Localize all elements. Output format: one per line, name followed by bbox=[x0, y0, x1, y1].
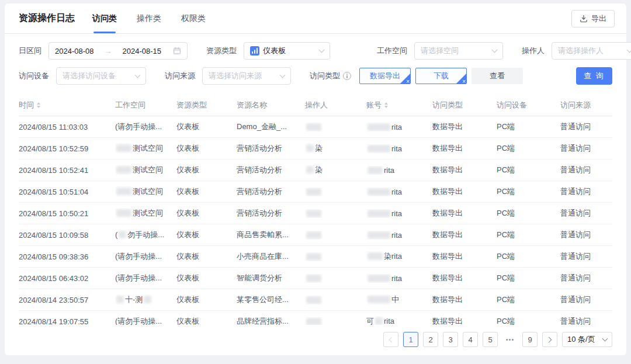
tabs: 访问类操作类权限类 bbox=[92, 4, 226, 33]
redacted-text bbox=[306, 296, 321, 304]
pagination-page-button[interactable]: 1 bbox=[403, 332, 418, 347]
cell-src: 普通访问 bbox=[560, 186, 612, 197]
cell-time: 2024/08/15 10:50:21 bbox=[19, 209, 115, 218]
cell-acct: rita bbox=[366, 231, 432, 240]
cell-op bbox=[305, 317, 366, 325]
tab-3[interactable]: 权限类 bbox=[181, 4, 206, 33]
redacted-text bbox=[375, 317, 383, 325]
resource-type-select[interactable]: 仪表板 bbox=[244, 42, 330, 60]
pagination-page-button[interactable]: 3 bbox=[443, 332, 458, 347]
cell-time: 2024/08/15 09:38:36 bbox=[19, 252, 115, 261]
cell-ws: (请勿手动操... bbox=[115, 251, 176, 262]
workspace-placeholder: 请选择空间 bbox=[421, 46, 459, 56]
pagination-prev-button[interactable] bbox=[383, 332, 398, 347]
cell-dev: PC端 bbox=[497, 208, 560, 219]
cell-op: 染 bbox=[305, 143, 366, 154]
pagination-next-button[interactable] bbox=[542, 332, 557, 347]
cell-op bbox=[305, 252, 366, 261]
cell-dev: PC端 bbox=[497, 165, 560, 175]
cell-atype: 数据导出 bbox=[432, 122, 497, 132]
tab-1[interactable]: 访问类 bbox=[92, 4, 117, 33]
redacted-text bbox=[367, 167, 383, 174]
cell-time: 2024/08/15 10:09:58 bbox=[19, 231, 115, 240]
date-start[interactable]: 2024-08-08 bbox=[55, 47, 94, 56]
cell-rtype: 仪表板 bbox=[176, 208, 237, 219]
pagination-ellipsis: ••• bbox=[502, 332, 518, 347]
access-type-tag[interactable]: 查看 bbox=[471, 68, 523, 84]
cell-acct: rita bbox=[366, 144, 432, 153]
cell-dev: PC端 bbox=[497, 122, 560, 132]
cell-atype: 数据导出 bbox=[432, 251, 497, 262]
cell-ws: (勿手动操... bbox=[115, 230, 176, 240]
table-row: 2024/08/14 23:50:57十-测仪表板某零售公司经...中数据导出P… bbox=[19, 289, 612, 311]
access-type-tag[interactable]: 数据导出 bbox=[359, 68, 411, 84]
cell-acct: rita bbox=[366, 166, 432, 175]
column-header[interactable]: 账号 bbox=[366, 100, 432, 110]
filter-row-2: 访问设备 请选择访问设备 访问来源 请选择访问来源 访问类型 数据导出下载查看 bbox=[19, 67, 612, 85]
cell-rtype: 仪表板 bbox=[176, 165, 237, 175]
table-row: 2024/08/14 19:07:55(请勿手动操...仪表板品牌经营指标...… bbox=[19, 311, 612, 325]
filter-resource-type: 资源类型 仪表板 bbox=[206, 42, 330, 60]
column-header: 资源类型 bbox=[176, 100, 237, 110]
redacted-text bbox=[367, 231, 390, 239]
cell-dev: PC端 bbox=[497, 186, 560, 197]
cell-rname: 营销活动分析 bbox=[237, 143, 305, 154]
log-table: 时间工作空间资源类型资源名称操作人账号访问类型访问设备访问来源 2024/08/… bbox=[5, 95, 626, 325]
access-type-label: 访问类型 bbox=[310, 71, 340, 81]
filter-access-type: 访问类型 数据导出下载查看 bbox=[310, 68, 523, 84]
table-body: 2024/08/15 11:03:03(请勿手动操...仪表板Demo_金融_.… bbox=[19, 116, 612, 325]
filter-bar: 日区间 2024-08-08 → 2024-08-15 资源类型 bbox=[5, 34, 626, 95]
cell-rname: 营销活动分析 bbox=[237, 208, 305, 219]
card-header: 资源操作日志 访问类操作类权限类 导出 bbox=[5, 4, 626, 34]
cell-acct: rita bbox=[366, 209, 432, 218]
tab-2[interactable]: 操作类 bbox=[137, 4, 161, 33]
chevron-down-icon bbox=[627, 47, 631, 53]
column-header[interactable]: 时间 bbox=[19, 100, 115, 110]
page-size-select[interactable]: 10 条/页 bbox=[562, 332, 612, 347]
cell-rtype: 仪表板 bbox=[176, 122, 237, 132]
date-range-input[interactable]: 2024-08-08 → 2024-08-15 bbox=[48, 42, 188, 60]
pagination-page-button[interactable]: 9 bbox=[522, 332, 538, 347]
cell-rtype: 仪表板 bbox=[176, 230, 237, 240]
table-row: 2024/08/15 10:09:58(勿手动操...仪表板商品售卖帕累...r… bbox=[19, 224, 612, 246]
operator-select[interactable]: 请选择操作人 bbox=[552, 42, 631, 60]
cell-op bbox=[305, 188, 366, 196]
access-type-tag[interactable]: 下载 bbox=[415, 68, 467, 84]
range-arrow-icon: → bbox=[105, 47, 112, 56]
source-select[interactable]: 请选择访问来源 bbox=[202, 67, 291, 85]
cell-src: 普通访问 bbox=[560, 251, 612, 262]
cell-src: 普通访问 bbox=[560, 208, 612, 219]
redacted-text bbox=[367, 210, 390, 217]
column-header: 访问类型 bbox=[432, 100, 497, 110]
cell-ws: (请勿手动操... bbox=[115, 122, 176, 132]
redacted-text bbox=[306, 253, 321, 261]
download-icon bbox=[580, 15, 588, 23]
pagination-page-button[interactable]: 4 bbox=[463, 332, 478, 347]
date-end[interactable]: 2024-08-15 bbox=[123, 47, 162, 56]
cell-atype: 数据导出 bbox=[432, 165, 497, 175]
chevron-right-icon bbox=[546, 337, 552, 342]
column-header: 访问来源 bbox=[560, 100, 612, 110]
query-button[interactable]: 查 询 bbox=[576, 67, 612, 85]
sort-icon[interactable] bbox=[384, 102, 388, 108]
cell-time: 2024/08/15 11:03:03 bbox=[19, 123, 115, 131]
device-label: 访问设备 bbox=[19, 71, 49, 81]
pagination-page-button[interactable]: 5 bbox=[483, 332, 498, 347]
cell-rname: 小売商品在庫... bbox=[237, 251, 305, 262]
redacted-text bbox=[306, 166, 314, 174]
cell-rtype: 仪表板 bbox=[176, 186, 237, 197]
pagination-page-button[interactable]: 2 bbox=[423, 332, 438, 347]
cell-atype: 数据导出 bbox=[432, 143, 497, 154]
sort-icon[interactable] bbox=[37, 102, 40, 108]
workspace-select[interactable]: 请选择空间 bbox=[414, 42, 503, 60]
info-icon[interactable] bbox=[343, 72, 351, 80]
redacted-text bbox=[116, 144, 131, 152]
redacted-text bbox=[367, 145, 390, 152]
device-select[interactable]: 请选择访问设备 bbox=[56, 67, 146, 85]
column-header: 操作人 bbox=[305, 100, 366, 110]
source-placeholder: 请选择访问来源 bbox=[209, 71, 262, 81]
cell-atype: 数据导出 bbox=[432, 186, 497, 197]
export-button[interactable]: 导出 bbox=[571, 10, 615, 27]
resource-type-label: 资源类型 bbox=[206, 46, 237, 56]
cell-time: 2024/08/15 06:43:02 bbox=[19, 274, 115, 283]
